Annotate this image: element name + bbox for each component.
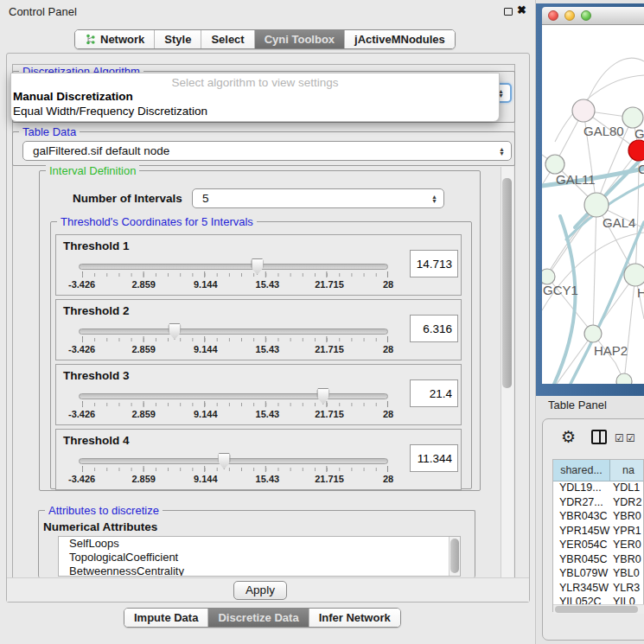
list-item[interactable]: SelfLoops bbox=[59, 537, 460, 551]
interval-definition-label: Interval Definition bbox=[46, 164, 139, 177]
algorithm-dropdown-popup: Select algorithm to view settings Manual… bbox=[10, 73, 500, 122]
threshold-2-slider[interactable]: -3.426 2.859 9.144 15.43 21.715 28 bbox=[79, 300, 388, 361]
table-row[interactable]: YDR27...YDR2 bbox=[553, 496, 643, 511]
table-data-group-label: Table Data bbox=[19, 125, 80, 138]
table-header-row: shared... na bbox=[553, 460, 643, 481]
tab-jactivemnodules[interactable]: jActiveMNodules bbox=[344, 30, 455, 48]
tab-network[interactable]: Network bbox=[75, 30, 154, 48]
algorithm-item-equal-width[interactable]: Equal Width/Frequency Discretization bbox=[11, 104, 499, 118]
tab-infer-label: Infer Network bbox=[319, 611, 391, 624]
threshold-2-value-field[interactable] bbox=[410, 315, 458, 342]
table-row[interactable]: YPR145WYPR1 bbox=[553, 525, 643, 539]
num-intervals-label: Number of Intervals bbox=[73, 192, 182, 205]
scrollbar-thumb[interactable] bbox=[450, 539, 459, 573]
node[interactable] bbox=[622, 107, 643, 128]
threshold-4-value-field[interactable] bbox=[410, 444, 458, 472]
threshold-3-value-field[interactable] bbox=[410, 379, 458, 407]
table-row[interactable]: YBL079WYBL0 bbox=[553, 567, 643, 582]
tab-cyni-label: Cyni Toolbox bbox=[265, 33, 335, 46]
threshold-1-value-field[interactable] bbox=[410, 250, 458, 277]
top-tabbar: Network Style Select Cyni Toolbox jActiv… bbox=[74, 29, 456, 49]
column-header-shared-name[interactable]: shared... bbox=[553, 460, 610, 481]
combo-stepper-icon: ▲▼ bbox=[499, 147, 505, 156]
mac-close-icon[interactable] bbox=[548, 10, 558, 21]
node-label-hap2: HAP2 bbox=[594, 343, 628, 358]
threshold-1-slider[interactable]: -3.426 2.859 9.144 15.43 21.715 28 bbox=[79, 235, 388, 296]
tab-impute-data[interactable]: Impute Data bbox=[124, 609, 207, 627]
tab-style[interactable]: Style bbox=[154, 30, 201, 48]
threshold-4-panel: Threshold 4 -3.426 2.859 9.144 15.43 21.… bbox=[55, 429, 462, 490]
node[interactable] bbox=[616, 373, 632, 384]
tab-select-label: Select bbox=[211, 33, 244, 46]
table-row[interactable]: YDL19...YDL1 bbox=[553, 481, 643, 496]
tab-select[interactable]: Select bbox=[201, 30, 253, 48]
gear-icon[interactable]: ⚙ bbox=[561, 427, 576, 447]
slider-track[interactable] bbox=[79, 328, 388, 335]
node-label-partial-ga: GA bbox=[634, 126, 644, 141]
slider-track[interactable] bbox=[79, 458, 388, 464]
numerical-attributes-list[interactable]: SelfLoops TopologicalCoefficient Between… bbox=[58, 536, 461, 577]
tab-infer-network[interactable]: Infer Network bbox=[309, 609, 400, 627]
node[interactable] bbox=[624, 264, 644, 286]
node-label-gal80: GAL80 bbox=[583, 124, 624, 138]
threshold-2-panel: Threshold 2 -3.426 2.859 9.144 15.43 21.… bbox=[55, 299, 462, 360]
slider-track[interactable] bbox=[79, 264, 388, 270]
list-item[interactable]: BetweennessCentrality bbox=[59, 564, 460, 577]
tab-jactive-label: jActiveMNodules bbox=[354, 33, 445, 46]
slider-minor-ticks bbox=[82, 468, 388, 471]
window-title: Control Panel bbox=[9, 5, 77, 18]
table-panel-title: Table Panel bbox=[548, 399, 607, 411]
float-window-icon[interactable] bbox=[504, 8, 513, 16]
table-row[interactable]: YER054CYER0 bbox=[553, 539, 643, 553]
node-gal11[interactable] bbox=[545, 155, 564, 174]
algorithm-placeholder-item[interactable]: Select algorithm to view settings bbox=[11, 73, 499, 89]
node-gal80[interactable] bbox=[572, 99, 595, 122]
num-intervals-combobox[interactable]: 5 ▲▼ bbox=[192, 188, 444, 208]
threshold-3-slider[interactable]: -3.426 2.859 9.144 15.43 21.715 28 bbox=[79, 365, 388, 426]
mac-zoom-icon[interactable] bbox=[581, 10, 591, 21]
tab-style-label: Style bbox=[164, 33, 191, 46]
table-row[interactable]: YLR345WYLR3 bbox=[553, 582, 643, 596]
thresholds-group-label: Threshold's Coordinates for 5 Intervals bbox=[57, 215, 257, 228]
tab-discretize-label: Discretize Data bbox=[218, 611, 298, 624]
tab-discretize-data[interactable]: Discretize Data bbox=[207, 609, 308, 627]
node-label-partial-h: H bbox=[637, 285, 644, 300]
attributes-scrollbar[interactable] bbox=[449, 537, 460, 576]
tab-impute-label: Impute Data bbox=[134, 611, 198, 624]
algorithm-item-manual[interactable]: Manual Discretization bbox=[11, 89, 499, 104]
threshold-4-slider[interactable]: -3.426 2.859 9.144 15.43 21.715 28 bbox=[79, 430, 388, 491]
column-header-name[interactable]: na bbox=[610, 460, 643, 481]
combo-stepper-icon: ▲▼ bbox=[431, 194, 437, 203]
split-view-icon[interactable] bbox=[591, 430, 607, 444]
table-data-combobox[interactable]: galFiltered.sif default node ▲▼ bbox=[22, 141, 512, 161]
checkbox-icon[interactable]: ☑ bbox=[626, 432, 635, 444]
node-label-gcy1: GCY1 bbox=[543, 283, 578, 297]
slider-minor-ticks bbox=[82, 273, 388, 277]
panel-scrollbar[interactable] bbox=[501, 167, 513, 577]
table-horizontal-scrollbar[interactable] bbox=[553, 604, 644, 614]
node-table[interactable]: shared... na YDL19...YDL1 YDR27...YDR2 Y… bbox=[552, 459, 644, 612]
network-window-titlebar[interactable] bbox=[542, 7, 644, 25]
slider-minor-ticks bbox=[82, 338, 388, 341]
mac-minimize-icon[interactable] bbox=[564, 10, 575, 21]
node-gal4[interactable] bbox=[584, 193, 609, 217]
scrollbar-thumb[interactable] bbox=[555, 606, 638, 613]
close-icon[interactable]: ✖ bbox=[517, 3, 526, 16]
attributes-group-label: Attributes to discretize bbox=[45, 504, 163, 517]
slider-track[interactable] bbox=[79, 393, 388, 399]
table-row[interactable]: YBR045CYBR0 bbox=[553, 553, 643, 568]
table-data-value: galFiltered.sif default node bbox=[33, 144, 169, 157]
network-graph: GAL80 GA C GAL11 GAL4 GCY1 H HAP2 bbox=[542, 25, 644, 384]
network-canvas[interactable]: GAL80 GA C GAL11 GAL4 GCY1 H HAP2 bbox=[542, 25, 644, 384]
node-selected-red[interactable] bbox=[628, 140, 644, 161]
threshold-3-panel: Threshold 3 -3.426 2.859 9.144 15.43 21.… bbox=[55, 364, 462, 425]
node-hap2[interactable] bbox=[584, 325, 602, 342]
numerical-attributes-label: Numerical Attributes bbox=[43, 520, 157, 533]
apply-button[interactable]: Apply bbox=[233, 581, 287, 600]
list-item[interactable]: TopologicalCoefficient bbox=[59, 551, 460, 564]
scrollbar-thumb[interactable] bbox=[502, 178, 512, 388]
table-row[interactable]: YBR043CYBR0 bbox=[553, 510, 643, 525]
tab-cyni-toolbox[interactable]: Cyni Toolbox bbox=[254, 30, 344, 48]
checkbox-icon[interactable]: ☑ bbox=[615, 432, 624, 444]
control-panel-window: Control Panel ✖ Network Style Select Cyn… bbox=[0, 0, 536, 644]
